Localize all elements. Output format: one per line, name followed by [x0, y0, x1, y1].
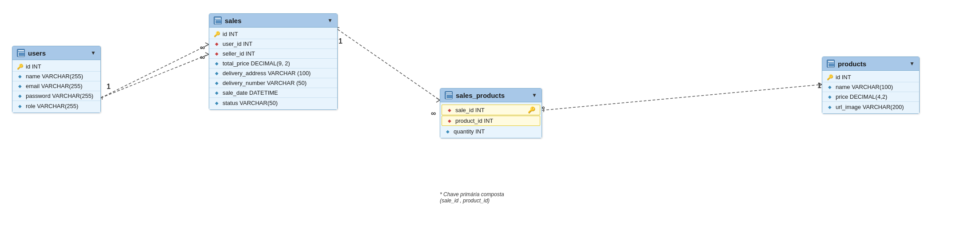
field-products-id-text: id INT [836, 74, 851, 81]
field-users-role: ◆ role VARCHAR(255) [12, 101, 100, 111]
field-products-name: ◆ name VARCHAR(100) [822, 82, 919, 92]
conn-salesproducts-products [542, 85, 822, 110]
table-users-name: users [28, 49, 88, 57]
field-products-price: ◆ price DECIMAL(4,2) [822, 92, 919, 102]
table-sales-products-body: ◆ sale_id INT 🔑 ◆ product_id INT ◆ quant… [440, 102, 542, 138]
field-users-role-text: role VARCHAR(255) [26, 103, 78, 109]
svg-line-6 [436, 100, 440, 102]
field-sales-userid: ◆ user_id INT [209, 39, 337, 49]
table-sales-collapse[interactable]: ▼ [327, 17, 333, 24]
table-sales: sales ▼ 🔑 id INT ◆ user_id INT ◆ seller_… [209, 13, 338, 110]
diamond-icon: ◆ [827, 94, 833, 100]
table-salesproducts-icon [445, 91, 453, 99]
diamond-icon: ◆ [214, 60, 220, 67]
rel-label-1a: 1 [107, 83, 111, 90]
table-products-collapse[interactable]: ▼ [909, 60, 915, 67]
table-users: users ▼ 🔑 id INT ◆ name VARCHAR(255) ◆ e… [12, 46, 101, 113]
field-sales-totalprice-text: total_price DECIMAL(9, 2) [223, 60, 290, 67]
table-sales-products-header: sales_products ▼ [440, 89, 542, 102]
field-sales-userid-text: user_id INT [223, 40, 252, 47]
table-sales-body: 🔑 id INT ◆ user_id INT ◆ seller_id INT ◆… [209, 28, 337, 109]
diamond-red-icon: ◆ [446, 118, 453, 124]
table-products-header: products ▼ [822, 57, 919, 71]
field-sales-status: ◆ status VARCHAR(50) [209, 98, 337, 108]
diamond-icon: ◆ [17, 83, 23, 89]
table-users-body: 🔑 id INT ◆ name VARCHAR(255) ◆ email VAR… [12, 60, 100, 113]
diamond-icon: ◆ [445, 128, 451, 134]
conn-sales-salesproducts [338, 29, 440, 100]
diagram-canvas: 1 ∞ ∞ 1 ∞ 1 ∞ [0, 0, 980, 246]
diamond-icon: ◆ [17, 103, 23, 109]
table-users-collapse[interactable]: ▼ [91, 50, 96, 56]
field-products-urlimage: ◆ url_image VARCHAR(200) [822, 102, 919, 112]
field-products-urlimage-text: url_image VARCHAR(200) [836, 104, 904, 110]
field-sales-deliverynumber: ◆ delivery_number VARCHAR (50) [209, 78, 337, 88]
field-sales-deliverynumber-text: delivery_number VARCHAR (50) [223, 80, 307, 86]
field-sales-sellerid-text: seller_id INT [223, 50, 255, 57]
table-users-header: users ▼ [12, 46, 100, 60]
svg-line-3 [205, 54, 209, 56]
diamond-red-icon: ◆ [214, 51, 220, 57]
svg-line-0 [205, 43, 209, 44]
svg-line-9 [818, 85, 822, 86]
svg-line-5 [436, 98, 440, 100]
field-salesproducts-productid-text: product_id INT [455, 117, 493, 124]
key-icon: 🔑 [214, 31, 220, 37]
table-salesproducts-collapse[interactable]: ▼ [532, 92, 537, 98]
field-users-name-text: name VARCHAR(255) [26, 73, 83, 80]
key-small-icon: 🔑 [528, 106, 535, 113]
table-products-icon [827, 60, 835, 68]
field-users-email-text: email VARCHAR(255) [26, 83, 83, 89]
field-products-price-text: price DECIMAL(4,2) [836, 93, 887, 100]
table-sales-products-name: sales_products [456, 92, 529, 99]
field-sales-saledate: ◆ sale_date DATETIME [209, 88, 337, 98]
rel-label-inf3: ∞ [431, 109, 436, 117]
field-users-password: ◆ password VARCHAR(255) [12, 91, 100, 101]
field-users-password-text: password VARCHAR(255) [26, 93, 93, 99]
field-users-id-text: id INT [26, 63, 41, 70]
diamond-icon: ◆ [214, 100, 220, 106]
diamond-icon: ◆ [827, 104, 833, 110]
diamond-icon: ◆ [214, 90, 220, 96]
table-sales-name: sales [225, 17, 324, 24]
table-sales-products: sales_products ▼ ◆ sale_id INT 🔑 ◆ produ… [440, 88, 542, 138]
field-sales-saledate-text: sale_date DATETIME [223, 89, 278, 96]
rel-label-1c: 1 [817, 82, 821, 89]
rel-label-inf2: ∞ [200, 53, 205, 61]
field-salesproducts-productid: ◆ product_id INT [442, 116, 540, 126]
field-salesproducts-quantity: ◆ quantity INT [440, 126, 542, 136]
conn-users-sales-sellerid [101, 54, 209, 98]
diamond-red-icon: ◆ [214, 41, 220, 47]
table-products: products ▼ 🔑 id INT ◆ name VARCHAR(100) … [822, 56, 920, 114]
diamond-icon: ◆ [17, 73, 23, 80]
field-sales-sellerid: ◆ seller_id INT [209, 49, 337, 59]
field-salesproducts-saleid-text: sale_id INT [455, 107, 485, 113]
diamond-icon: ◆ [17, 93, 23, 99]
rel-label-inf1: ∞ [200, 44, 205, 51]
table-users-icon [17, 49, 25, 57]
field-users-email: ◆ email VARCHAR(255) [12, 81, 100, 91]
diamond-icon: ◆ [827, 84, 833, 90]
conn-users-sales-userid [101, 44, 209, 98]
field-sales-deliveryaddress-text: delivery_address VARCHAR (100) [223, 70, 311, 77]
key-icon: 🔑 [17, 64, 23, 70]
table-sales-icon [214, 16, 222, 24]
field-products-name-text: name VARCHAR(100) [836, 84, 893, 90]
svg-line-2 [205, 52, 209, 54]
sales-products-note: * Chave primária composta(sale_id , prod… [440, 191, 504, 204]
field-sales-status-text: status VARCHAR(50) [223, 100, 278, 106]
key-icon: 🔑 [827, 74, 833, 81]
rel-label-1b: 1 [339, 37, 343, 45]
field-products-id: 🔑 id INT [822, 73, 919, 82]
diamond-icon: ◆ [214, 70, 220, 77]
diamond-icon: ◆ [214, 80, 220, 86]
field-sales-id-text: id INT [223, 31, 238, 37]
svg-line-8 [818, 83, 822, 85]
field-sales-id: 🔑 id INT [209, 29, 337, 39]
field-salesproducts-quantity-text: quantity INT [454, 128, 485, 135]
field-sales-deliveryaddress: ◆ delivery_address VARCHAR (100) [209, 69, 337, 78]
field-salesproducts-saleid: ◆ sale_id INT 🔑 [442, 105, 540, 115]
table-products-name: products [838, 60, 906, 68]
field-users-name: ◆ name VARCHAR(255) [12, 72, 100, 81]
diamond-red-icon: ◆ [446, 107, 453, 113]
